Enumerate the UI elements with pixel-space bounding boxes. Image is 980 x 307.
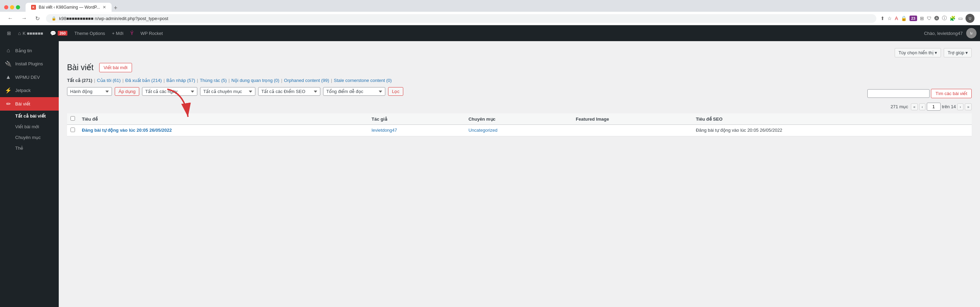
row-featured-cell (572, 125, 692, 136)
sidebar-item-jetpack[interactable]: ⚡ Jetpack (0, 84, 59, 97)
pagination-top: 271 mục « ‹ trên 14 › » (67, 103, 972, 111)
new-post-label: Viết bài mới (15, 124, 39, 129)
theme-options-btn[interactable]: Theme Options (71, 25, 108, 41)
col-author: Tác giả (368, 113, 465, 125)
tab-close-btn[interactable]: ✕ (103, 5, 106, 10)
wpmu-icon: ▲ (5, 74, 12, 80)
sidebar: ⌂ Bảng tin 🔌 Install Plugins ▲ WPMU DEV … (0, 41, 59, 307)
table-header-row: Tiêu đề Tác giả Chuyên mục Featured Imag… (67, 113, 972, 125)
forward-btn[interactable]: → (19, 14, 29, 22)
col-category: Chuyên mục (465, 113, 573, 125)
address-bar-area: ← → ↻ 🔒 k98■■■■■■■■■■ n/wp-admin/edit.ph… (0, 12, 980, 25)
close-window-btn[interactable] (4, 5, 8, 10)
share-btn[interactable]: ⬆ (880, 16, 885, 21)
col-featured: Featured Image (572, 113, 692, 125)
reload-btn[interactable]: ↻ (33, 14, 42, 22)
ext5-btn[interactable]: ⓘ (942, 15, 947, 21)
apply-btn[interactable]: Áp dụng (115, 87, 139, 96)
page-number-input[interactable] (927, 103, 940, 111)
wp-admin-bar: ⊞ ⌂ K ■■■■■■ 💬 260 Theme Options + Mới Ý… (0, 25, 980, 41)
next-page-btn[interactable]: › (957, 103, 963, 110)
tab-favicon: K (31, 5, 36, 10)
total-count: 271 mục (891, 104, 908, 109)
acrobat-btn[interactable]: A (895, 16, 898, 21)
lock-ext-btn[interactable]: 🔒 (901, 16, 907, 21)
ext2-btn[interactable]: ⊞ (920, 16, 924, 21)
sidebar-subitem-categories[interactable]: Chuyên mục (0, 132, 59, 143)
browser-window-controls (4, 5, 20, 10)
comments-btn[interactable]: 💬 260 (47, 25, 71, 41)
prev-page-btn[interactable]: ‹ (919, 103, 925, 110)
display-options-btn[interactable]: Tùy chọn hiển thị ▾ (895, 48, 941, 57)
col-seo-title: Tiêu đề SEO (692, 113, 972, 125)
sidebar-item-posts[interactable]: ✏ Bài viết (0, 97, 59, 111)
new-post-button[interactable]: Viết bài mới (99, 63, 132, 72)
sidebar-item-jetpack-label: Jetpack (15, 88, 31, 93)
seo-filter-select[interactable]: Tất cả các Điểm SEO (258, 87, 320, 96)
row-title-cell: Đăng bài tự động vào lúc 20:05 26/05/202… (78, 125, 368, 136)
readability-filter-select[interactable]: Tổng điểm dễ đọc (323, 87, 385, 96)
bulk-action-select[interactable]: Hành động (67, 87, 112, 96)
browser-tab-bar: K Bài viết ‹ K98Gaming — WordP... ✕ + (25, 3, 976, 12)
url-text: k98■■■■■■■■■■ n/wp-admin/edit.php?post_t… (59, 16, 168, 21)
search-posts-btn[interactable]: Tìm các bài viết (931, 89, 972, 98)
help-btn[interactable]: Trợ giúp ▾ (944, 48, 972, 57)
filter-tab-orphaned[interactable]: Orphaned content (99) (284, 78, 329, 83)
ext1-btn[interactable]: 23 (910, 16, 917, 21)
new-post-admin-btn[interactable]: + Mới (108, 25, 127, 41)
filter-tab-trash[interactable]: Thùng rác (5) (200, 78, 227, 83)
minimize-window-btn[interactable] (10, 5, 14, 10)
address-input[interactable]: 🔒 k98■■■■■■■■■■ n/wp-admin/edit.php?post… (46, 14, 877, 23)
bookmark-btn[interactable]: ☆ (888, 16, 892, 21)
filter-tab-published[interactable]: Đã xuất bản (214) (126, 78, 162, 83)
user-avatar[interactable]: U (966, 14, 974, 23)
sidebar-subitem-tags[interactable]: Thẻ (0, 143, 59, 154)
sidebar-item-plugins[interactable]: 🔌 Install Plugins (0, 57, 59, 70)
site-name-btn[interactable]: ⌂ K ■■■■■■ (14, 25, 47, 41)
sidebar-item-wpmu-label: WPMU DEV (15, 75, 40, 80)
admin-bar-right: Chào, levietdong47 lv (921, 28, 977, 38)
greeting-text: Chào, levietdong47 (921, 31, 966, 36)
yoast-btn[interactable]: Ý (127, 25, 137, 41)
sidebar-subitem-new-post[interactable]: Viết bài mới (0, 121, 59, 132)
category-link[interactable]: Uncategorized (469, 127, 498, 133)
filter-tab-important[interactable]: Nội dung quan trọng (0) (232, 78, 280, 83)
author-link[interactable]: levietdong47 (371, 127, 397, 133)
filter-btn[interactable]: Lọc (388, 87, 403, 96)
search-input[interactable] (867, 89, 929, 98)
extensions-btn[interactable]: 🧩 (950, 16, 956, 21)
row-checkbox[interactable] (70, 127, 75, 132)
ext3-btn[interactable]: 🛡 (927, 16, 932, 21)
filter-tab-mine[interactable]: Của tôi (61) (97, 78, 121, 83)
post-title-link[interactable]: Đăng bài tự động vào lúc 20:05 26/05/202… (82, 127, 364, 133)
sidebar-item-wpmu[interactable]: ▲ WPMU DEV (0, 70, 59, 84)
back-btn[interactable]: ← (6, 14, 15, 22)
row-seo-title-cell: Đăng bài tự động vào lúc 20:05 26/05/202… (692, 125, 972, 136)
category-filter-select[interactable]: Tất cả chuyên mục (200, 87, 255, 96)
filter-tab-draft[interactable]: Bản nháp (57) (167, 78, 195, 83)
jetpack-icon: ⚡ (5, 87, 12, 94)
table-container: Tiêu đề Tác giả Chuyên mục Featured Imag… (67, 113, 972, 136)
filter-tabs: Tất cả (271) | Của tôi (61) | Đã xuất bả… (67, 78, 972, 83)
date-filter-select[interactable]: Tất cả các ngày (142, 87, 197, 96)
first-page-btn[interactable]: « (911, 103, 918, 110)
active-tab[interactable]: K Bài viết ‹ K98Gaming — WordP... ✕ (25, 3, 111, 12)
wp-rocket-btn[interactable]: WP Rocket (137, 25, 166, 41)
ext4-btn[interactable]: 🅐 (934, 16, 939, 21)
select-all-checkbox[interactable] (70, 116, 75, 121)
sidebar-subitem-all-posts[interactable]: Tất cả bài viết (0, 111, 59, 121)
filter-tab-all[interactable]: Tất cả (271) (67, 78, 92, 83)
sidebar-item-dashboard[interactable]: ⌂ Bảng tin (0, 44, 59, 57)
maximize-window-btn[interactable] (16, 5, 20, 10)
content-topbar: Tùy chọn hiển thị ▾ Trợ giúp ▾ (67, 48, 972, 57)
wp-logo-btn[interactable]: ⊞ (3, 25, 14, 41)
last-page-btn[interactable]: » (965, 103, 972, 110)
new-tab-btn[interactable]: + (111, 5, 119, 12)
filter-tab-cornerstone[interactable]: Stale cornerstone content (0) (334, 78, 392, 83)
dashboard-icon: ⌂ (5, 48, 12, 54)
sidebar-btn[interactable]: ▭ (958, 16, 963, 21)
posts-table: Tiêu đề Tác giả Chuyên mục Featured Imag… (67, 113, 972, 136)
col-title: Tiêu đề (78, 113, 368, 125)
admin-avatar[interactable]: lv (966, 28, 977, 38)
browser-action-buttons: ⬆ ☆ A 🔒 23 ⊞ 🛡 🅐 ⓘ 🧩 ▭ U (880, 14, 974, 23)
